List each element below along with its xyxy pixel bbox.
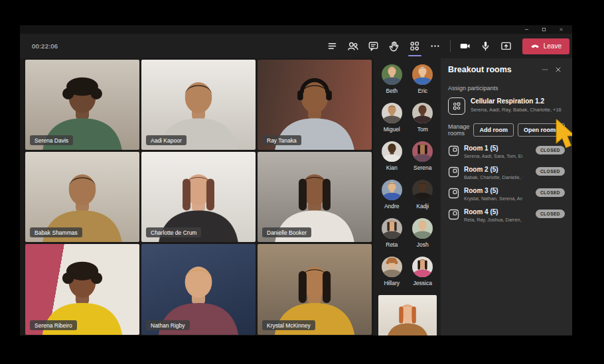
video-tile: Serena Ribeiro: [25, 244, 139, 335]
participant-name-label: Serena Ribeiro: [30, 320, 77, 330]
agenda-icon[interactable]: [325, 38, 340, 55]
video-grid: Serena Davis Aadi Kapoor Ray Tanaka Baba…: [25, 60, 372, 335]
leave-button[interactable]: Leave: [522, 38, 569, 54]
thumbnail-name: Kian: [386, 164, 398, 171]
room-title: Room 1 (5): [464, 145, 522, 152]
video-tile: Nathan Rigby: [141, 244, 256, 335]
thumbnail-name: Jessica: [414, 280, 432, 286]
window-titlebar: [20, 25, 572, 34]
avatar: [382, 64, 402, 85]
device-icon-group: [457, 38, 514, 55]
self-video-tile: [378, 295, 437, 335]
participant-thumbnail[interactable]: Eric: [407, 64, 437, 94]
participant-thumbnail[interactable]: Hillary: [376, 257, 407, 286]
avatar: [412, 64, 433, 85]
rooms-list: Room 1 (5)Serena, Aadi, Sara, Tom, EricC…: [448, 145, 565, 223]
video-tile: Aadi Kapoor: [141, 60, 256, 150]
participant-name-label: Krystal McKinney: [262, 320, 315, 330]
avatar: [382, 218, 402, 239]
room-title: Room 4 (5): [464, 208, 522, 215]
assignment-item[interactable]: Cellular Respiration 1.2 Serena, Aadi, R…: [448, 97, 565, 115]
participant-name-label: Nathan Rigby: [146, 320, 190, 330]
share-screen-icon[interactable]: [498, 38, 514, 55]
maximize-icon[interactable]: [535, 25, 552, 34]
video-tile: Serena Davis: [25, 60, 139, 150]
close-icon[interactable]: [552, 25, 569, 34]
participant-name-label: Aadi Kapoor: [146, 135, 187, 145]
screen-background: 00:22:06 Leave Serena Davis Aadi Kapoor …: [0, 0, 604, 364]
room-status-badge: CLOSED: [536, 210, 565, 218]
participant-thumbnail[interactable]: Tom: [407, 103, 437, 133]
room-title: Room 3 (5): [464, 187, 522, 194]
participant-thumbnail[interactable]: Kadji: [407, 180, 437, 210]
breakout-rooms-panel: Breakout rooms Assign participants Cellu…: [441, 58, 572, 335]
room-members: Serena, Aadi, Sara, Tom, Eric: [464, 153, 522, 159]
thumbnail-name: Miguel: [384, 126, 400, 133]
avatar: [382, 257, 402, 277]
room-icon: [448, 209, 459, 220]
toolbar-divider: [450, 40, 451, 52]
thumbnail-name: Hillary: [384, 280, 400, 286]
teams-window: 00:22:06 Leave Serena Davis Aadi Kapoor …: [20, 25, 572, 335]
thumbnail-name: Josh: [417, 241, 429, 248]
breakout-assignment-icon: [448, 97, 465, 115]
room-list-item[interactable]: Room 3 (5)Krystal, Nathan, Serena, Andre…: [448, 187, 565, 202]
participant-thumbnail[interactable]: Jessica: [407, 257, 437, 286]
thumbnail-name: Serena: [414, 164, 431, 171]
avatar: [412, 257, 433, 277]
thumbnail-name: Kadji: [416, 203, 429, 210]
more-options-icon[interactable]: [427, 38, 443, 55]
chat-icon[interactable]: [366, 38, 382, 55]
thumbnail-name: Eric: [417, 88, 427, 94]
add-room-button[interactable]: Add room: [473, 123, 514, 137]
thumbnail-name: Reta: [386, 241, 398, 248]
raise-hand-icon[interactable]: [386, 38, 402, 55]
participant-thumbnail[interactable]: Miguel: [376, 103, 407, 133]
panel-title: Breakout rooms: [448, 65, 512, 74]
thumbnail-name: Tom: [417, 126, 428, 133]
panel-header: Breakout rooms: [448, 64, 565, 75]
breakout-rooms-icon[interactable]: [407, 38, 423, 55]
avatar: [382, 141, 402, 162]
room-members: Krystal, Nathan, Serena, Andre…: [464, 196, 522, 202]
meeting-timer: 00:22:06: [32, 42, 58, 50]
video-tile: Ray Tanaka: [258, 60, 372, 150]
avatar: [412, 103, 433, 123]
assignment-title: Cellular Respiration 1.2: [471, 97, 562, 105]
room-icon: [448, 145, 459, 156]
participant-thumbnail[interactable]: Kian: [376, 141, 407, 171]
participant-thumbnail[interactable]: Andre: [376, 180, 407, 210]
camera-icon[interactable]: [457, 38, 473, 55]
room-members: Babak, Charlotte, Danielle, Mig…: [464, 174, 522, 180]
panel-close-icon[interactable]: [552, 64, 565, 75]
panel-more-icon[interactable]: [538, 64, 552, 75]
participant-thumbnail[interactable]: Reta: [376, 218, 407, 248]
avatar: [382, 103, 402, 123]
avatar: [412, 218, 433, 239]
avatar: [412, 141, 433, 162]
room-status-badge: CLOSED: [536, 167, 565, 176]
room-icon: [448, 166, 459, 178]
room-list-item[interactable]: Room 1 (5)Serena, Aadi, Sara, Tom, EricC…: [448, 145, 565, 159]
video-tile: Babak Shammas: [25, 152, 139, 242]
video-tile: Charlotte de Crum: [141, 152, 256, 242]
meeting-toolbar: 00:22:06 Leave: [20, 34, 572, 58]
room-members: Reta, Ray, Joshua, Darren, Hilla…: [464, 217, 522, 223]
participant-thumbnail[interactable]: Beth: [376, 64, 407, 94]
microphone-icon[interactable]: [478, 38, 494, 55]
room-list-item[interactable]: Room 4 (5)Reta, Ray, Joshua, Darren, Hil…: [448, 208, 565, 223]
open-rooms-button[interactable]: Open rooms: [518, 123, 565, 137]
participant-name-label: Charlotte de Crum: [146, 227, 201, 237]
assignment-members: Serena, Aadi, Ray, Babak, Charlotte, +16: [471, 107, 562, 113]
participant-thumbnail[interactable]: Josh: [407, 218, 437, 248]
minimize-icon[interactable]: [518, 25, 535, 34]
participants-icon[interactable]: [345, 38, 361, 55]
room-list-item[interactable]: Room 2 (5)Babak, Charlotte, Danielle, Mi…: [448, 166, 565, 180]
room-icon: [448, 188, 459, 199]
participant-thumbnail[interactable]: Serena: [407, 141, 437, 171]
participant-thumbnails-column: Beth Eric Miguel Tom Kian Serena Andre K…: [374, 58, 441, 335]
avatar: [382, 180, 402, 200]
thumbnail-name: Beth: [386, 88, 398, 94]
participant-name-label: Babak Shammas: [30, 227, 82, 237]
manage-rooms-label: Manage rooms: [448, 123, 470, 137]
